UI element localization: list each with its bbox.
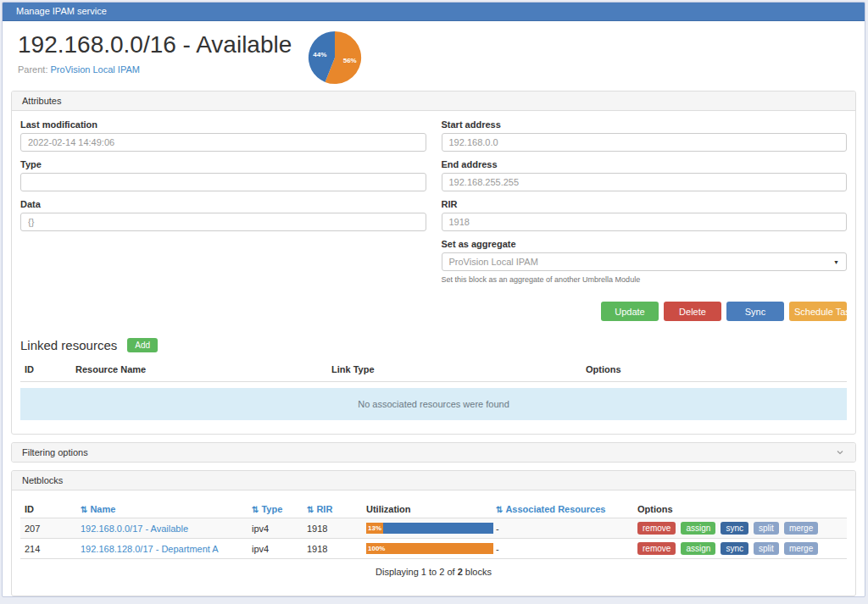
lr-col-resource-name: Resource Name xyxy=(71,364,327,374)
page-title: 192.168.0.0/16 - Available xyxy=(18,31,292,58)
sort-icon: ⇅ xyxy=(307,505,314,514)
remove-button[interactable]: remove xyxy=(637,522,676,535)
main-window: Manage IPAM service 192.168.0.0/16 - Ava… xyxy=(2,2,865,597)
netblock-name-link[interactable]: 192.168.128.0/17 - Department A xyxy=(81,544,219,554)
rir-input[interactable] xyxy=(442,213,848,231)
netblock-id: 214 xyxy=(20,540,76,557)
window-title-bar: Manage IPAM service xyxy=(3,3,865,21)
linked-resources-title: Linked resources xyxy=(20,338,117,352)
linked-resources-table-header: ID Resource Name Link Type Options xyxy=(20,364,847,382)
nb-col-id: ID xyxy=(20,501,76,518)
last-modification-input[interactable] xyxy=(20,133,426,152)
end-address-input[interactable] xyxy=(442,173,848,191)
utilization-value: 13% xyxy=(368,523,381,534)
data-label: Data xyxy=(20,199,426,209)
netblocks-panel: Netblocks ID ⇅Name ⇅Type ⇅RIR Utilizatio… xyxy=(11,470,856,596)
nb-col-utilization: Utilization xyxy=(362,501,492,518)
utilization-bar: 13% xyxy=(366,523,493,534)
update-button[interactable]: Update xyxy=(601,302,659,321)
last-modification-label: Last modification xyxy=(20,119,426,130)
delete-button[interactable]: Delete xyxy=(664,302,721,321)
sync-button[interactable]: Sync xyxy=(726,302,784,321)
sort-icon: ⇅ xyxy=(81,505,87,514)
associated-resources-value: - xyxy=(492,520,633,537)
filtering-options-header[interactable]: Filtering options xyxy=(12,443,855,462)
assign-button[interactable]: assign xyxy=(681,542,715,555)
assign-button[interactable]: assign xyxy=(681,522,715,535)
sync-row-button[interactable]: sync xyxy=(721,542,748,555)
chevron-down-icon xyxy=(835,447,845,457)
start-address-input[interactable] xyxy=(442,133,848,152)
select-caret-icon: ▼ xyxy=(833,259,839,265)
lr-col-options: Options xyxy=(581,364,847,374)
netblocks-table-header: ID ⇅Name ⇅Type ⇅RIR Utilization ⇅Associa… xyxy=(20,499,847,518)
block-header: 192.168.0.0/16 - Available Parent: ProVi… xyxy=(3,21,865,91)
svg-text:44%: 44% xyxy=(314,51,327,58)
utilization-bar: 100% xyxy=(366,543,493,554)
svg-text:56%: 56% xyxy=(343,57,357,64)
utilization-value: 100% xyxy=(368,543,385,554)
merge-button[interactable]: merge xyxy=(784,542,818,555)
attributes-panel: Attributes Last modification Type Data xyxy=(11,91,856,435)
netblock-id: 207 xyxy=(20,520,76,537)
sort-icon: ⇅ xyxy=(496,505,503,514)
aggregate-select-value: ProVision Local IPAM xyxy=(449,257,538,267)
lr-col-link-type: Link Type xyxy=(327,364,581,374)
parent-link[interactable]: ProVision Local IPAM xyxy=(51,64,140,75)
utilization-pie-chart: 56%44% xyxy=(307,30,363,86)
type-input[interactable] xyxy=(20,173,426,191)
type-label: Type xyxy=(20,159,426,169)
split-button[interactable]: split xyxy=(754,522,779,535)
netblock-type: ipv4 xyxy=(248,520,303,537)
nb-col-options: Options xyxy=(633,501,847,518)
nb-col-rir[interactable]: ⇅RIR xyxy=(303,501,362,518)
sort-icon: ⇅ xyxy=(252,505,259,514)
filtering-options-title: Filtering options xyxy=(22,447,88,457)
associated-resources-value: - xyxy=(492,540,633,557)
no-resources-message: No associated resources were found xyxy=(20,388,847,420)
nb-col-name[interactable]: ⇅Name xyxy=(76,501,248,518)
merge-button[interactable]: merge xyxy=(784,522,818,535)
filtering-options-panel: Filtering options xyxy=(11,442,856,463)
lr-col-id: ID xyxy=(20,364,71,374)
attributes-panel-title: Attributes xyxy=(22,96,61,106)
split-button[interactable]: split xyxy=(754,542,779,555)
remove-button[interactable]: remove xyxy=(637,542,676,555)
window-title: Manage IPAM service xyxy=(16,6,107,16)
netblocks-panel-title: Netblocks xyxy=(22,475,63,485)
end-address-label: End address xyxy=(442,159,848,169)
netblock-rir: 1918 xyxy=(303,540,362,557)
rir-label: RIR xyxy=(442,199,848,209)
aggregate-select[interactable]: ProVision Local IPAM ▼ xyxy=(442,252,848,271)
table-row: 214 192.168.128.0/17 - Department A ipv4… xyxy=(20,538,847,558)
nb-col-type[interactable]: ⇅Type xyxy=(248,501,303,518)
nb-col-associated-resources[interactable]: ⇅Associated Resources xyxy=(492,501,633,518)
schedule-task-button[interactable]: Schedule Task xyxy=(789,302,847,321)
netblock-type: ipv4 xyxy=(248,540,303,557)
parent-label: Parent: xyxy=(18,64,47,75)
data-input[interactable] xyxy=(20,213,426,231)
netblock-name-link[interactable]: 192.168.0.0/17 - Available xyxy=(81,524,188,534)
table-row: 207 192.168.0.0/17 - Available ipv4 1918… xyxy=(20,518,847,538)
netblock-rir: 1918 xyxy=(303,520,362,537)
aggregate-label: Set as aggregate xyxy=(442,239,848,249)
pagination-status: Displaying 1 to 2 of 2 blocks xyxy=(20,567,847,577)
add-linked-resource-button[interactable]: Add xyxy=(127,338,158,352)
sync-row-button[interactable]: sync xyxy=(721,522,748,535)
start-address-label: Start address xyxy=(442,119,848,130)
aggregate-help-text: Set this block as an aggregate of anothe… xyxy=(442,275,848,284)
